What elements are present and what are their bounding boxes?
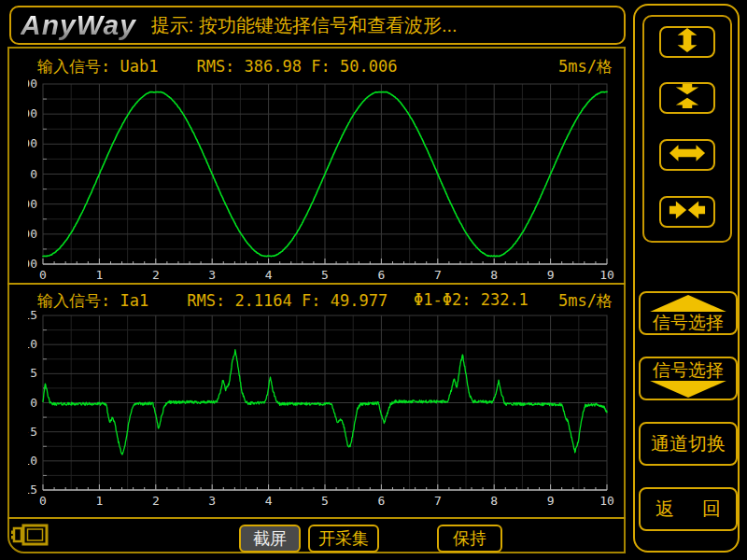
phase-readout: Φ1-Φ2: 232.1 xyxy=(414,290,529,309)
svg-text:0: 0 xyxy=(30,396,37,410)
svg-text:0: 0 xyxy=(39,268,47,282)
channel-switch-button[interactable]: 通道切换 xyxy=(639,422,738,466)
svg-text:600: 600 xyxy=(28,79,37,91)
svg-text:8: 8 xyxy=(490,268,498,282)
rms-value: 386.98 xyxy=(245,57,302,76)
freq-value: 50.006 xyxy=(340,57,397,76)
triangle-up-icon xyxy=(647,295,729,313)
svg-text:-15: -15 xyxy=(28,483,37,497)
svg-text:3: 3 xyxy=(208,268,216,282)
svg-text:7: 7 xyxy=(434,494,442,508)
svg-text:6: 6 xyxy=(377,268,385,282)
expand-vertical-button[interactable] xyxy=(659,26,715,58)
panel-divider xyxy=(7,283,626,285)
expand-horizontal-icon xyxy=(669,141,706,169)
start-acquire-button[interactable]: 开采集 xyxy=(308,525,379,553)
signal-select-up-button[interactable]: 信号选择 xyxy=(639,291,738,335)
svg-text:4: 4 xyxy=(265,268,273,282)
hint-text: 提示: 按功能键选择信号和查看波形... xyxy=(151,13,458,38)
input-signal-label: 输入信号: xyxy=(37,57,110,76)
svg-text:400: 400 xyxy=(28,106,37,120)
current-waveform-chart: 151050-5-10-15012345678910 xyxy=(28,308,616,513)
freq-value: 49.977 xyxy=(331,291,388,310)
freq-label: F: xyxy=(302,291,320,310)
svg-text:5: 5 xyxy=(321,268,329,282)
svg-text:5: 5 xyxy=(321,494,329,508)
phase-label: Φ1-Φ2: xyxy=(414,290,471,309)
svg-text:0: 0 xyxy=(39,494,47,508)
expand-horizontal-button[interactable] xyxy=(659,139,715,171)
svg-text:5: 5 xyxy=(30,366,37,380)
svg-text:-5: -5 xyxy=(28,425,37,439)
svg-text:10: 10 xyxy=(599,268,614,282)
screenshot-button[interactable]: 截屏 xyxy=(239,525,301,553)
svg-text:6: 6 xyxy=(377,494,385,508)
title-bar: AnyWay 提示: 按功能键选择信号和查看波形... xyxy=(9,6,626,45)
hold-button[interactable]: 保持 xyxy=(437,525,502,553)
signal-select-down-label: 信号选择 xyxy=(653,360,724,380)
phase-value: 232.1 xyxy=(481,290,529,309)
triangle-down-icon xyxy=(647,380,729,398)
current-timebase: 5ms/格 xyxy=(558,290,613,312)
voltage-waveform-chart: 6004002000-200-400-600012345678910 xyxy=(28,79,616,283)
compress-vertical-icon xyxy=(669,84,706,112)
back-button[interactable]: 返 回 xyxy=(639,487,738,531)
voltage-panel-header: 输入信号: Uab1 RMS: 386.98 F: 50.006 xyxy=(37,56,397,77)
compress-horizontal-icon xyxy=(669,198,706,226)
battery-icon xyxy=(11,523,49,551)
input-signal-label: 输入信号: xyxy=(37,291,110,310)
svg-text:10: 10 xyxy=(599,494,614,508)
signal-select-up-label: 信号选择 xyxy=(653,313,724,332)
svg-text:-200: -200 xyxy=(28,197,37,211)
svg-text:0: 0 xyxy=(30,167,37,181)
svg-text:9: 9 xyxy=(547,494,555,508)
compress-horizontal-button[interactable] xyxy=(659,196,715,228)
device-screen: AnyWay 提示: 按功能键选择信号和查看波形... 输入信号: Uab1 R… xyxy=(0,0,747,560)
signal-name: Uab1 xyxy=(120,57,159,76)
svg-text:2: 2 xyxy=(152,494,160,508)
svg-text:-10: -10 xyxy=(28,454,37,468)
channel-switch-label: 通道切换 xyxy=(651,431,726,456)
svg-text:3: 3 xyxy=(208,494,216,508)
signal-select-down-button[interactable]: 信号选择 xyxy=(639,357,738,400)
svg-text:-400: -400 xyxy=(28,227,37,241)
expand-vertical-icon xyxy=(669,28,706,56)
rms-value: 2.1164 xyxy=(234,291,291,310)
svg-text:9: 9 xyxy=(547,268,555,282)
freq-label: F: xyxy=(311,57,330,76)
rms-label: RMS: xyxy=(187,291,225,310)
svg-text:7: 7 xyxy=(434,268,442,282)
back-label-left: 返 xyxy=(655,497,674,522)
svg-text:1: 1 xyxy=(95,268,103,282)
svg-text:8: 8 xyxy=(490,494,498,508)
current-panel-header: 输入信号: Ia1 RMS: 2.1164 F: 49.977 xyxy=(37,290,388,312)
rms-label: RMS: xyxy=(196,57,234,76)
voltage-timebase: 5ms/格 xyxy=(558,56,613,77)
svg-text:15: 15 xyxy=(28,308,37,322)
svg-text:1: 1 xyxy=(95,494,103,508)
svg-text:-600: -600 xyxy=(28,257,37,271)
svg-text:2: 2 xyxy=(152,268,160,282)
svg-text:200: 200 xyxy=(28,136,37,150)
compress-vertical-button[interactable] xyxy=(659,82,715,114)
statusbar-divider xyxy=(7,517,626,519)
svg-text:10: 10 xyxy=(28,337,37,351)
svg-text:4: 4 xyxy=(265,494,273,508)
signal-name: Ia1 xyxy=(120,291,149,310)
anyway-logo: AnyWay xyxy=(21,9,136,41)
back-label-right: 回 xyxy=(702,497,721,522)
